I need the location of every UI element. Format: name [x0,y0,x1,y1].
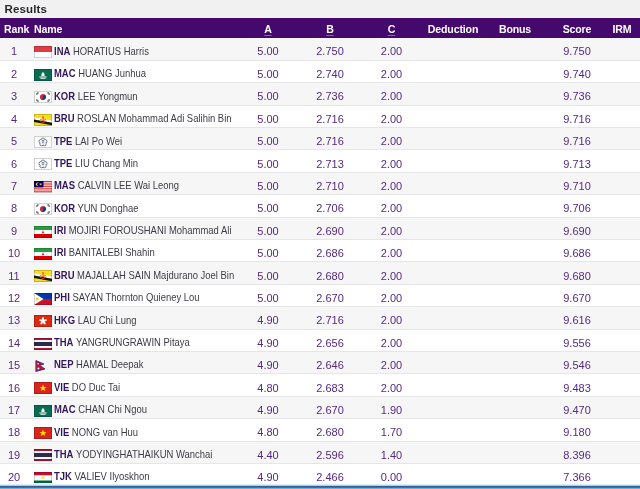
b-cell: 2.686 [296,240,364,262]
flag-tpe-icon [34,135,54,147]
score-cell: 9.546 [543,351,611,373]
score-cell: 9.180 [543,419,611,441]
name-cell: VIE NONG van Huu [28,419,240,441]
c-cell: 2.00 [364,38,419,60]
b-cell: 2.706 [296,195,364,217]
irm-cell [611,329,640,351]
score-cell: 9.680 [543,262,611,284]
column-header-irm: IRM [611,18,640,38]
flag-iri-icon [34,246,54,258]
irm-cell [611,150,640,172]
score-cell: 9.710 [543,172,611,194]
rank-cell: 9 [0,217,28,239]
b-cell: 2.750 [296,38,364,60]
bonus-cell [487,128,543,150]
footer-bar [0,483,640,489]
result-row-18: 18VIE NONG van Huu4.802.6801.709.180 [0,419,640,441]
score-cell: 9.483 [543,374,611,396]
noc-code: TJK [54,470,72,482]
bonus-cell [487,150,543,172]
name-cell: BRU MAJALLAH SAIN Majdurano Joel Bin [28,262,240,284]
flag-vie-icon [34,381,54,393]
score-cell: 9.716 [543,105,611,127]
a-cell: 5.00 [240,105,296,127]
deduction-cell [419,374,487,396]
column-header-score: Score [543,18,611,38]
b-cell: 2.670 [296,284,364,306]
result-row-13: 13HKG LAU Chi Lung4.902.7162.009.616 [0,307,640,329]
column-header-a[interactable]: A [240,18,296,38]
rank-cell: 4 [0,105,28,127]
result-row-7: 7MAS CALVIN LEE Wai Leong5.002.7102.009.… [0,172,640,194]
result-row-1: 1INA HORATIUS Harris5.002.7502.009.750 [0,38,640,60]
name-cell: TPE LAI Po Wei [28,128,240,150]
c-cell: 2.00 [364,105,419,127]
rank-cell: 5 [0,128,28,150]
a-cell: 5.00 [240,262,296,284]
b-cell: 2.710 [296,172,364,194]
result-row-6: 6TPE LIU Chang Min5.002.7132.009.713 [0,150,640,172]
rank-cell: 6 [0,150,28,172]
name-cell: MAC HUANG Junhua [28,60,240,82]
b-cell: 2.680 [296,419,364,441]
c-cell: 2.00 [364,83,419,105]
noc-code: VIE [54,426,69,438]
bonus-cell [487,441,543,463]
score-cell: 9.736 [543,83,611,105]
irm-cell [611,419,640,441]
bonus-cell [487,374,543,396]
irm-cell [611,240,640,262]
flag-phi-icon [34,291,54,303]
name-cell: TPE LIU Chang Min [28,150,240,172]
b-cell: 2.713 [296,150,364,172]
deduction-cell [419,441,487,463]
a-cell: 4.40 [240,441,296,463]
b-cell: 2.680 [296,262,364,284]
column-header-b[interactable]: B [296,18,364,38]
bonus-cell [487,195,543,217]
flag-tha-icon [34,448,54,460]
noc-code: BRU [54,269,74,281]
bonus-cell [487,105,543,127]
b-cell: 2.646 [296,351,364,373]
c-cell: 2.00 [364,240,419,262]
score-cell: 9.470 [543,396,611,418]
noc-code: TPE [54,135,72,147]
column-header-rank: Rank [0,18,28,38]
rank-cell: 2 [0,60,28,82]
rank-cell: 15 [0,351,28,373]
rank-cell: 18 [0,419,28,441]
result-row-4: 4BRU ROSLAN Mohammad Adi Salihin Bin5.00… [0,105,640,127]
column-header-c[interactable]: C [364,18,419,38]
a-cell: 4.90 [240,396,296,418]
rank-cell: 8 [0,195,28,217]
rank-cell: 14 [0,329,28,351]
score-cell: 9.690 [543,217,611,239]
score-cell: 9.716 [543,128,611,150]
rank-cell: 13 [0,307,28,329]
a-cell: 5.00 [240,38,296,60]
flag-mac-icon [34,403,54,415]
result-row-15: 15NEP HAMAL Deepak4.902.6462.009.546 [0,351,640,373]
deduction-cell [419,105,487,127]
score-cell: 9.616 [543,307,611,329]
name-cell: IRI BANITALEBI Shahin [28,240,240,262]
bonus-cell [487,419,543,441]
bonus-cell [487,396,543,418]
table-header-row: RankNameABCDeductionBonusScoreIRM [0,18,640,38]
flag-kor-icon [34,202,54,214]
noc-code: VIE [54,381,69,393]
irm-cell [611,441,640,463]
b-cell: 2.716 [296,307,364,329]
name-cell: VIE DO Duc Tai [28,374,240,396]
name-cell: KOR LEE Yongmun [28,83,240,105]
deduction-cell [419,60,487,82]
b-cell: 2.716 [296,128,364,150]
page-title: Results [0,0,640,18]
flag-nep-icon [34,358,54,370]
bonus-cell [487,329,543,351]
flag-mac-icon [34,67,54,79]
irm-cell [611,374,640,396]
column-header-name: Name [28,18,240,38]
result-row-14: 14THA YANGRUNGRAWIN Pitaya4.902.6562.009… [0,329,640,351]
